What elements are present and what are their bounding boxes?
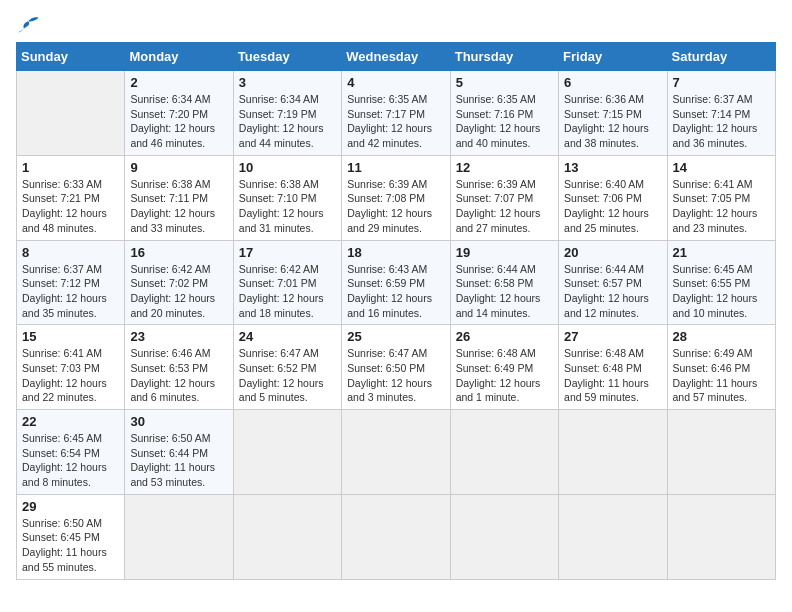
day-number: 13 xyxy=(564,160,661,175)
calendar-cell xyxy=(667,410,775,495)
calendar-row-4: 22 Sunrise: 6:45 AMSunset: 6:54 PMDaylig… xyxy=(17,410,776,495)
day-number: 28 xyxy=(673,329,770,344)
day-info: Sunrise: 6:37 AMSunset: 7:14 PMDaylight:… xyxy=(673,92,770,151)
weekday-header-thursday: Thursday xyxy=(450,43,558,71)
calendar-cell xyxy=(17,71,125,156)
calendar-cell: 14 Sunrise: 6:41 AMSunset: 7:05 PMDaylig… xyxy=(667,155,775,240)
day-number: 19 xyxy=(456,245,553,260)
day-number: 15 xyxy=(22,329,119,344)
day-number: 10 xyxy=(239,160,336,175)
day-info: Sunrise: 6:48 AMSunset: 6:49 PMDaylight:… xyxy=(456,346,553,405)
calendar-cell xyxy=(450,410,558,495)
calendar-cell xyxy=(233,410,341,495)
calendar-row-0: 2 Sunrise: 6:34 AMSunset: 7:20 PMDayligh… xyxy=(17,71,776,156)
weekday-header-row: SundayMondayTuesdayWednesdayThursdayFrid… xyxy=(17,43,776,71)
calendar-cell: 7 Sunrise: 6:37 AMSunset: 7:14 PMDayligh… xyxy=(667,71,775,156)
calendar-cell: 21 Sunrise: 6:45 AMSunset: 6:55 PMDaylig… xyxy=(667,240,775,325)
day-number: 9 xyxy=(130,160,227,175)
day-info: Sunrise: 6:39 AMSunset: 7:07 PMDaylight:… xyxy=(456,177,553,236)
calendar-cell: 17 Sunrise: 6:42 AMSunset: 7:01 PMDaylig… xyxy=(233,240,341,325)
calendar-cell xyxy=(342,410,450,495)
calendar-cell: 13 Sunrise: 6:40 AMSunset: 7:06 PMDaylig… xyxy=(559,155,667,240)
calendar-cell: 3 Sunrise: 6:34 AMSunset: 7:19 PMDayligh… xyxy=(233,71,341,156)
day-number: 20 xyxy=(564,245,661,260)
day-number: 21 xyxy=(673,245,770,260)
day-info: Sunrise: 6:40 AMSunset: 7:06 PMDaylight:… xyxy=(564,177,661,236)
day-info: Sunrise: 6:38 AMSunset: 7:10 PMDaylight:… xyxy=(239,177,336,236)
day-number: 4 xyxy=(347,75,444,90)
day-info: Sunrise: 6:44 AMSunset: 6:57 PMDaylight:… xyxy=(564,262,661,321)
calendar-cell: 24 Sunrise: 6:47 AMSunset: 6:52 PMDaylig… xyxy=(233,325,341,410)
calendar-cell: 20 Sunrise: 6:44 AMSunset: 6:57 PMDaylig… xyxy=(559,240,667,325)
day-info: Sunrise: 6:34 AMSunset: 7:20 PMDaylight:… xyxy=(130,92,227,151)
day-info: Sunrise: 6:47 AMSunset: 6:52 PMDaylight:… xyxy=(239,346,336,405)
calendar-cell: 11 Sunrise: 6:39 AMSunset: 7:08 PMDaylig… xyxy=(342,155,450,240)
day-number: 11 xyxy=(347,160,444,175)
weekday-header-wednesday: Wednesday xyxy=(342,43,450,71)
logo-bird-icon xyxy=(18,16,40,34)
day-info: Sunrise: 6:49 AMSunset: 6:46 PMDaylight:… xyxy=(673,346,770,405)
day-number: 17 xyxy=(239,245,336,260)
day-number: 1 xyxy=(22,160,119,175)
day-info: Sunrise: 6:34 AMSunset: 7:19 PMDaylight:… xyxy=(239,92,336,151)
calendar-cell: 12 Sunrise: 6:39 AMSunset: 7:07 PMDaylig… xyxy=(450,155,558,240)
weekday-header-tuesday: Tuesday xyxy=(233,43,341,71)
day-info: Sunrise: 6:50 AMSunset: 6:44 PMDaylight:… xyxy=(130,431,227,490)
day-info: Sunrise: 6:33 AMSunset: 7:21 PMDaylight:… xyxy=(22,177,119,236)
day-number: 7 xyxy=(673,75,770,90)
calendar-cell: 27 Sunrise: 6:48 AMSunset: 6:48 PMDaylig… xyxy=(559,325,667,410)
day-number: 3 xyxy=(239,75,336,90)
calendar-cell xyxy=(450,494,558,579)
day-info: Sunrise: 6:35 AMSunset: 7:16 PMDaylight:… xyxy=(456,92,553,151)
day-number: 14 xyxy=(673,160,770,175)
calendar-cell: 25 Sunrise: 6:47 AMSunset: 6:50 PMDaylig… xyxy=(342,325,450,410)
day-info: Sunrise: 6:45 AMSunset: 6:54 PMDaylight:… xyxy=(22,431,119,490)
page-header xyxy=(16,16,776,34)
calendar-row-2: 8 Sunrise: 6:37 AMSunset: 7:12 PMDayligh… xyxy=(17,240,776,325)
day-number: 8 xyxy=(22,245,119,260)
calendar-cell: 18 Sunrise: 6:43 AMSunset: 6:59 PMDaylig… xyxy=(342,240,450,325)
day-info: Sunrise: 6:36 AMSunset: 7:15 PMDaylight:… xyxy=(564,92,661,151)
day-info: Sunrise: 6:42 AMSunset: 7:01 PMDaylight:… xyxy=(239,262,336,321)
day-number: 24 xyxy=(239,329,336,344)
weekday-header-monday: Monday xyxy=(125,43,233,71)
calendar-cell: 10 Sunrise: 6:38 AMSunset: 7:10 PMDaylig… xyxy=(233,155,341,240)
day-info: Sunrise: 6:43 AMSunset: 6:59 PMDaylight:… xyxy=(347,262,444,321)
calendar-cell: 28 Sunrise: 6:49 AMSunset: 6:46 PMDaylig… xyxy=(667,325,775,410)
calendar-table: SundayMondayTuesdayWednesdayThursdayFrid… xyxy=(16,42,776,580)
calendar-cell: 16 Sunrise: 6:42 AMSunset: 7:02 PMDaylig… xyxy=(125,240,233,325)
day-number: 22 xyxy=(22,414,119,429)
day-number: 29 xyxy=(22,499,119,514)
day-number: 30 xyxy=(130,414,227,429)
day-info: Sunrise: 6:41 AMSunset: 7:05 PMDaylight:… xyxy=(673,177,770,236)
day-info: Sunrise: 6:41 AMSunset: 7:03 PMDaylight:… xyxy=(22,346,119,405)
calendar-cell: 30 Sunrise: 6:50 AMSunset: 6:44 PMDaylig… xyxy=(125,410,233,495)
calendar-cell xyxy=(559,410,667,495)
calendar-cell: 22 Sunrise: 6:45 AMSunset: 6:54 PMDaylig… xyxy=(17,410,125,495)
calendar-cell xyxy=(233,494,341,579)
calendar-cell: 19 Sunrise: 6:44 AMSunset: 6:58 PMDaylig… xyxy=(450,240,558,325)
calendar-row-5: 29 Sunrise: 6:50 AMSunset: 6:45 PMDaylig… xyxy=(17,494,776,579)
day-number: 5 xyxy=(456,75,553,90)
day-number: 2 xyxy=(130,75,227,90)
day-number: 23 xyxy=(130,329,227,344)
day-info: Sunrise: 6:48 AMSunset: 6:48 PMDaylight:… xyxy=(564,346,661,405)
calendar-cell: 2 Sunrise: 6:34 AMSunset: 7:20 PMDayligh… xyxy=(125,71,233,156)
day-number: 16 xyxy=(130,245,227,260)
day-info: Sunrise: 6:47 AMSunset: 6:50 PMDaylight:… xyxy=(347,346,444,405)
calendar-cell xyxy=(559,494,667,579)
day-info: Sunrise: 6:37 AMSunset: 7:12 PMDaylight:… xyxy=(22,262,119,321)
calendar-cell xyxy=(125,494,233,579)
day-number: 6 xyxy=(564,75,661,90)
calendar-cell: 29 Sunrise: 6:50 AMSunset: 6:45 PMDaylig… xyxy=(17,494,125,579)
day-info: Sunrise: 6:45 AMSunset: 6:55 PMDaylight:… xyxy=(673,262,770,321)
calendar-cell: 15 Sunrise: 6:41 AMSunset: 7:03 PMDaylig… xyxy=(17,325,125,410)
calendar-cell: 9 Sunrise: 6:38 AMSunset: 7:11 PMDayligh… xyxy=(125,155,233,240)
day-info: Sunrise: 6:50 AMSunset: 6:45 PMDaylight:… xyxy=(22,516,119,575)
calendar-cell: 6 Sunrise: 6:36 AMSunset: 7:15 PMDayligh… xyxy=(559,71,667,156)
calendar-row-3: 15 Sunrise: 6:41 AMSunset: 7:03 PMDaylig… xyxy=(17,325,776,410)
calendar-cell: 5 Sunrise: 6:35 AMSunset: 7:16 PMDayligh… xyxy=(450,71,558,156)
day-info: Sunrise: 6:38 AMSunset: 7:11 PMDaylight:… xyxy=(130,177,227,236)
calendar-cell: 23 Sunrise: 6:46 AMSunset: 6:53 PMDaylig… xyxy=(125,325,233,410)
logo xyxy=(16,16,40,34)
